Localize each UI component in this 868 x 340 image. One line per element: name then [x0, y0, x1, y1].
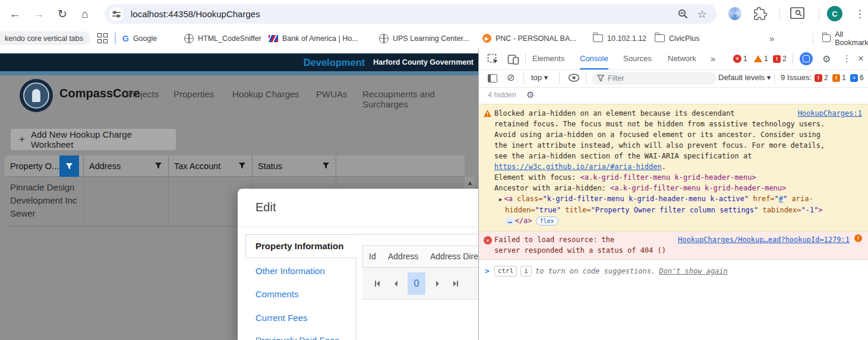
bookmark-bank-of-america[interactable]: Bank of America | Ho...: [269, 28, 358, 49]
clear-console-icon[interactable]: ⊘: [507, 72, 515, 83]
filter-funnel-icon[interactable]: [322, 162, 330, 170]
dont-show-again-link[interactable]: Don't show again: [659, 266, 728, 277]
nav-hookup-charges[interactable]: Hookup Charges: [232, 89, 299, 99]
bookmarks-overflow-icon[interactable]: »: [769, 28, 774, 49]
inspect-element-icon[interactable]: [487, 53, 499, 65]
bookmark-folder-civicplus[interactable]: CivicPlus: [655, 28, 699, 49]
console-filter-input[interactable]: Filter: [592, 72, 717, 85]
bookmark-google[interactable]: G Google: [122, 28, 157, 49]
scroll-up-icon[interactable]: ▲: [465, 179, 475, 186]
address-bar[interactable]: localhost:44358/HookupCharges ☆: [105, 4, 717, 24]
add-worksheet-button[interactable]: + Add New Hookup Charge Worksheet: [11, 129, 176, 150]
devtools-close-icon[interactable]: ×: [858, 53, 864, 65]
log-levels-dropdown[interactable]: Default levels ▾: [718, 73, 771, 82]
tab-elements[interactable]: Elements: [532, 49, 564, 68]
filter-funnel-icon[interactable]: [154, 162, 162, 170]
context-selector[interactable]: top ▾: [531, 73, 548, 82]
tab-property-information[interactable]: Property Information: [245, 234, 356, 258]
issues-count-orange[interactable]: !1: [832, 74, 846, 82]
back-icon[interactable]: ←: [6, 0, 24, 28]
console-warning-entry[interactable]: Blocked aria-hidden on an element becaus…: [479, 104, 868, 231]
reload-icon[interactable]: ↻: [53, 0, 71, 28]
tab-network[interactable]: Network: [668, 49, 696, 68]
console-messages: Blocked aria-hidden on an element becaus…: [479, 104, 868, 277]
issue-link-icon[interactable]: !: [854, 234, 862, 242]
devtools-menu-icon[interactable]: ⋮: [842, 53, 851, 64]
issues-badge[interactable]: !2: [773, 55, 787, 63]
source-link[interactable]: HookupCharges:1: [798, 108, 862, 119]
more-tabs-icon[interactable]: »: [711, 49, 715, 68]
inner-col-address[interactable]: Address: [382, 245, 425, 268]
inner-col-address-dire[interactable]: Address Dire: [424, 245, 478, 268]
col-header-address[interactable]: Address: [84, 155, 169, 177]
hidden-settings-gear-icon[interactable]: ⚙: [526, 90, 534, 100]
url-text[interactable]: localhost:44358/HookupCharges: [131, 9, 260, 19]
pager-current-page[interactable]: 0: [408, 272, 425, 295]
home-icon[interactable]: ⌂: [76, 0, 94, 28]
nav-recoupments[interactable]: Recoupments and Surcharges: [362, 89, 478, 109]
pager-last-icon[interactable]: [449, 281, 462, 287]
tab-other-information[interactable]: Other Information: [255, 266, 325, 276]
zoom-icon[interactable]: [678, 9, 688, 19]
nav-pwuas[interactable]: PWUAs: [316, 89, 348, 99]
row-cell-owner[interactable]: Pinnacle Design Development Inc Sewer: [5, 177, 84, 227]
issues-count-red[interactable]: !2: [815, 74, 828, 82]
console-sidebar-icon[interactable]: [488, 74, 497, 82]
row-cell-address[interactable]: [84, 177, 169, 227]
aria-spec-link[interactable]: https://w3c.github.io/aria/#aria-hidden: [494, 163, 662, 171]
console-prompt[interactable]: > ctrl i to turn on code suggestions. Do…: [479, 260, 868, 277]
bookmark-folder-ip[interactable]: 10.102.1.12: [593, 28, 646, 49]
issues-summary-label[interactable]: 9 Issues:: [781, 73, 812, 82]
tab-current-fees[interactable]: Current Fees: [255, 313, 308, 323]
property-owner-filter-button[interactable]: [59, 155, 79, 177]
inner-col-id[interactable]: Id: [362, 245, 383, 268]
apps-grid-icon[interactable]: [97, 33, 108, 43]
tab-group-chip[interactable]: kendo core vertical tabs: [0, 31, 90, 45]
focused-element-ref[interactable]: <a.k-grid-filter-menu k-grid-header-menu…: [580, 173, 756, 182]
bookmark-html-codesniffer[interactable]: HTML_CodeSniffer: [184, 28, 261, 49]
flex-badge[interactable]: flex: [536, 217, 558, 225]
error-badge[interactable]: ✕1: [733, 55, 747, 63]
col-header-status[interactable]: Status: [252, 155, 336, 177]
filter-funnel-icon: [65, 163, 73, 170]
issues-count-blue[interactable]: ≡6: [850, 74, 864, 82]
ellipsis-expand-icon[interactable]: …: [505, 217, 515, 225]
pager-prev-icon[interactable]: [389, 281, 402, 287]
side-panel-icon[interactable]: [790, 7, 804, 20]
forward-icon[interactable]: →: [30, 0, 48, 28]
tab-sources[interactable]: Sources: [623, 49, 652, 68]
nav-properties[interactable]: Properties: [173, 89, 214, 99]
browser-toolbar: ← → ↻ ⌂ localhost:44358/HookupCharges ☆ …: [0, 0, 868, 28]
tab-previously-paid-fees[interactable]: Previously Paid Fees: [255, 335, 339, 340]
expand-triangle-icon[interactable]: ▶: [499, 196, 502, 202]
pager-first-icon[interactable]: [371, 281, 384, 287]
href-link[interactable]: #: [779, 195, 783, 203]
all-bookmarks[interactable]: All Bookmarks: [822, 28, 868, 49]
bookmark-pnc[interactable]: ▶ PNC - PERSONAL BA...: [482, 28, 576, 49]
error-source-link[interactable]: HookupCharges/Hookup…ead?hookupId=1279:1: [678, 234, 850, 245]
filter-funnel-icon[interactable]: [238, 162, 246, 170]
col-header-tax-account[interactable]: Tax Account: [169, 155, 252, 177]
pager-next-icon[interactable]: [431, 281, 444, 287]
device-toolbar-icon[interactable]: [507, 53, 519, 65]
extensions-puzzle-icon[interactable]: [753, 7, 768, 21]
bookmarks-bar: kendo core vertical tabs G Google HTML_C…: [0, 28, 868, 49]
bookmark-ups-learning[interactable]: UPS Learning Center...: [379, 28, 469, 49]
ancestor-element-ref[interactable]: <a.k-grid-filter-menu k-grid-header-menu…: [610, 184, 786, 192]
site-info-icon[interactable]: [109, 7, 124, 21]
warning-badge[interactable]: 1: [754, 55, 768, 63]
nav-projects[interactable]: Projects: [127, 89, 159, 99]
console-error-entry[interactable]: ✕ Failed to load resource: theHookupChar…: [479, 231, 868, 260]
tab-console[interactable]: Console: [580, 49, 608, 69]
tab-comments[interactable]: Comments: [255, 289, 299, 299]
profile-avatar[interactable]: C: [827, 6, 842, 21]
devtools-tabbar: Elements Console Sources Network » ✕1 1 …: [479, 49, 868, 70]
browser-menu-icon[interactable]: ⋮: [851, 0, 868, 28]
bookmark-star-icon[interactable]: ☆: [697, 8, 707, 21]
devtools-ai-icon[interactable]: [800, 52, 813, 65]
devtools-settings-icon[interactable]: ⚙: [822, 53, 831, 65]
live-expression-eye-icon[interactable]: [568, 73, 580, 82]
folder-icon: [593, 34, 603, 42]
compasscore-logo[interactable]: [20, 79, 53, 112]
extension-swirl-icon[interactable]: [728, 7, 741, 20]
